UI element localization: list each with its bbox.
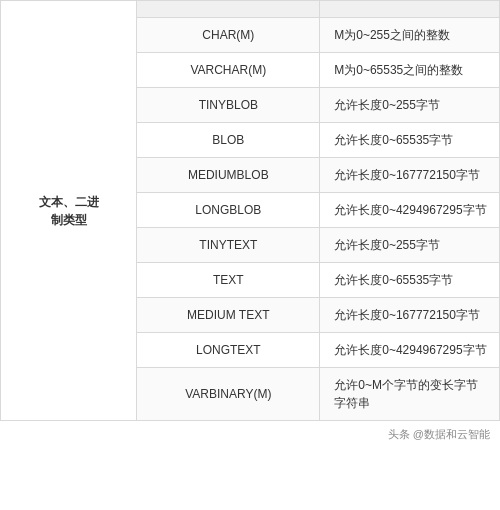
type-name-cell: MEDIUMBLOB (137, 158, 320, 193)
type-desc-cell: 允许长度0~167772150字节 (320, 158, 500, 193)
type-desc-cell: 允许长度0~4294967295字节 (320, 193, 500, 228)
type-desc-cell: 允许0~M个字节的变长字节字符串 (320, 368, 500, 421)
type-name-cell: TEXT (137, 263, 320, 298)
type-desc-cell: 允许长度0~167772150字节 (320, 298, 500, 333)
table-header-row: 文本、二进 制类型 (1, 1, 500, 18)
type-desc-cell: 允许长度0~65535字节 (320, 123, 500, 158)
footer-note: 头条 @数据和云智能 (0, 421, 500, 448)
type-name-cell: TINYTEXT (137, 228, 320, 263)
type-desc-cell: M为0~255之间的整数 (320, 18, 500, 53)
type-name-cell: LONGBLOB (137, 193, 320, 228)
type-name-cell: TINYBLOB (137, 88, 320, 123)
type-desc-cell: M为0~65535之间的整数 (320, 53, 500, 88)
type-desc-cell: 允许长度0~4294967295字节 (320, 333, 500, 368)
type-name-cell: BLOB (137, 123, 320, 158)
data-types-table: 文本、二进 制类型CHAR(M)M为0~255之间的整数VARCHAR(M)M为… (0, 0, 500, 421)
type-name-cell: LONGTEXT (137, 333, 320, 368)
type-name-cell: MEDIUM TEXT (137, 298, 320, 333)
footer-source-text: 头条 @数据和云智能 (388, 428, 490, 440)
col-header-type (137, 1, 320, 18)
category-cell: 文本、二进 制类型 (1, 1, 137, 421)
type-name-cell: CHAR(M) (137, 18, 320, 53)
type-desc-cell: 允许长度0~255字节 (320, 88, 500, 123)
type-name-cell: VARBINARY(M) (137, 368, 320, 421)
type-desc-cell: 允许长度0~255字节 (320, 228, 500, 263)
col-header-desc (320, 1, 500, 18)
type-desc-cell: 允许长度0~65535字节 (320, 263, 500, 298)
type-name-cell: VARCHAR(M) (137, 53, 320, 88)
